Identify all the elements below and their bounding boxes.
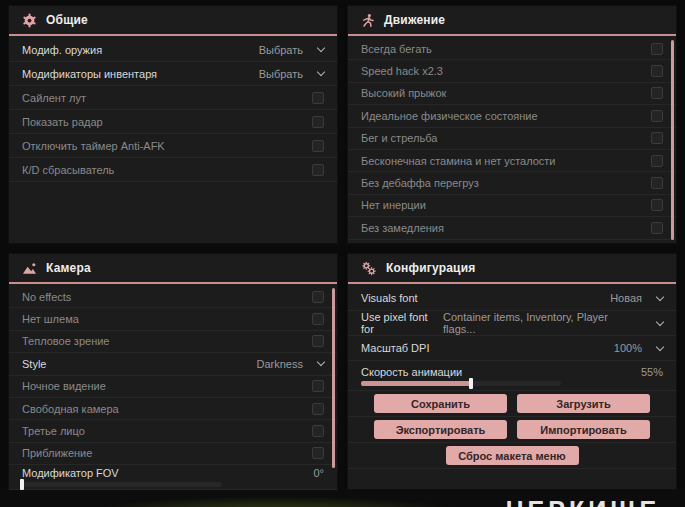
checkbox[interactable] [651, 110, 663, 122]
runner-icon [361, 13, 375, 28]
settings-row: Высокий прыжок [348, 83, 676, 105]
settings-row: Speed hack x2.3 [348, 60, 676, 82]
settings-row: Модификатор FOV0° [9, 465, 337, 490]
dropdown[interactable]: 100% [614, 342, 663, 354]
checkbox[interactable] [651, 65, 663, 77]
chevron-down-icon [656, 342, 664, 350]
dropdown-value: Новая [610, 292, 642, 304]
checkbox[interactable] [312, 335, 324, 347]
action-button[interactable]: Экспортировать [374, 420, 507, 439]
checkbox[interactable] [312, 313, 324, 325]
dropdown-value: 100% [614, 342, 642, 354]
checkbox[interactable] [312, 164, 324, 176]
settings-row: Отключить таймер Anti-AFK [9, 134, 337, 158]
settings-row: Приближение [9, 443, 337, 465]
checkbox[interactable] [312, 447, 324, 459]
dropdown-value: Container items, Inventory, Player flags… [443, 311, 642, 335]
checkbox[interactable] [312, 92, 324, 104]
settings-row: Модификаторы инвентаряВыбрать [9, 62, 337, 86]
dropdown[interactable]: Container items, Inventory, Player flags… [443, 311, 663, 335]
checkbox[interactable] [312, 291, 324, 303]
setting-label: Ночное видение [22, 380, 106, 392]
settings-row: Без дебаффа перегруз [348, 172, 676, 194]
mod-menu-overlay: ЧЕРКИЩЕ Общие [0, 0, 685, 507]
settings-row: Показать радар [9, 110, 337, 134]
setting-label: Без дебаффа перегруз [361, 177, 479, 189]
setting-label: Свободная камера [22, 403, 119, 415]
setting-label: Третье лицо [22, 425, 85, 437]
slider-value: 55% [641, 366, 663, 378]
checkbox[interactable] [312, 116, 324, 128]
slider-handle[interactable] [469, 378, 473, 389]
chevron-down-icon [317, 68, 325, 76]
panel-title: Камера [46, 261, 91, 275]
chevron-down-icon [656, 317, 664, 325]
checkbox[interactable] [651, 132, 663, 144]
settings-row: Третье лицо [9, 420, 337, 442]
settings-row: К/D сбрасыватель [9, 158, 337, 182]
settings-row: Тепловое зрение [9, 331, 337, 353]
panel-general-header: Общие [9, 6, 337, 34]
setting-label: Нет шлема [22, 313, 79, 325]
setting-label: Сайлент лут [22, 92, 86, 104]
location-text: ЧЕРКИЩЕ [506, 496, 660, 507]
game-background: ЧЕРКИЩЕ [0, 488, 685, 507]
dropdown-value: Darkness [257, 358, 303, 370]
panel-config: Конфигурация Visuals fontНоваяUse pixel … [347, 253, 677, 490]
panel-config-header: Конфигурация [348, 254, 676, 282]
settings-row: Скорость анимации55% [348, 361, 676, 391]
action-button[interactable]: Сброс макета меню [446, 446, 579, 465]
settings-row: Идеальное физическое состояние [348, 105, 676, 127]
dropdown-value: Выбрать [259, 44, 303, 56]
slider-fill [361, 381, 471, 386]
checkbox[interactable] [651, 87, 663, 99]
movement-scrollbar[interactable] [671, 40, 674, 240]
settings-row: Бег и стрельба [348, 128, 676, 150]
grass-glow [80, 496, 470, 507]
action-button[interactable]: Загрузить [517, 394, 650, 413]
checkbox[interactable] [651, 222, 663, 234]
panel-camera-header: Камера [9, 254, 337, 282]
setting-label: Модификаторы инвентаря [22, 68, 157, 80]
checkbox[interactable] [651, 199, 663, 211]
panel-general: Общие Модиф. оружияВыбратьМодификаторы и… [8, 5, 338, 244]
camera-scrollbar[interactable] [332, 288, 335, 468]
button-row: ЭкспортироватьИмпортировать [348, 417, 676, 443]
chevron-down-icon [317, 358, 325, 366]
dropdown[interactable]: Darkness [257, 358, 324, 370]
slider[interactable] [361, 381, 561, 386]
settings-row: Без замедления [348, 217, 676, 239]
setting-label: Модиф. оружия [22, 44, 102, 56]
dropdown[interactable]: Выбрать [259, 44, 324, 56]
dropdown[interactable]: Выбрать [259, 68, 324, 80]
settings-row: Масштаб DPI100% [348, 336, 676, 361]
slider-handle[interactable] [20, 479, 24, 490]
checkbox[interactable] [312, 403, 324, 415]
setting-label: Use pixel font for [361, 311, 443, 335]
setting-label: Приближение [22, 447, 92, 459]
dropdown-value: Выбрать [259, 68, 303, 80]
panel-title: Общие [46, 13, 88, 27]
button-row: СохранитьЗагрузить [348, 391, 676, 417]
dropdown[interactable]: Новая [610, 292, 663, 304]
chevron-down-icon [656, 292, 664, 300]
settings-row: Нет шлема [9, 308, 337, 330]
checkbox[interactable] [651, 155, 663, 167]
settings-row: Свободная камера [9, 398, 337, 420]
checkbox[interactable] [651, 43, 663, 55]
slider[interactable] [22, 482, 222, 487]
setting-label: Показать радар [22, 116, 103, 128]
panel-movement-header: Движение [348, 6, 676, 34]
checkbox[interactable] [312, 425, 324, 437]
action-button[interactable]: Импортировать [517, 420, 650, 439]
checkbox[interactable] [312, 380, 324, 392]
action-button[interactable]: Сохранить [374, 394, 507, 413]
settings-row: Нет инерции [348, 195, 676, 217]
checkbox[interactable] [312, 140, 324, 152]
button-row: Сброс макета меню [348, 443, 676, 469]
panel-title: Конфигурация [386, 261, 475, 275]
setting-label: Нет инерции [361, 199, 426, 211]
checkbox[interactable] [651, 177, 663, 189]
gear-icon [22, 13, 37, 28]
panel-camera: Камера No effectsНет шлемаТепловое зрени… [8, 253, 338, 490]
